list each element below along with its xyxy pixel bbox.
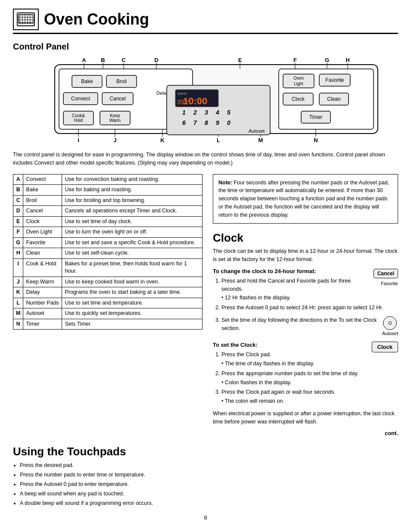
table-row: K Delay Programs the oven to start bakin… [13,287,202,298]
svg-text:Light: Light [294,81,303,86]
row-letter: M [13,308,23,319]
row-name: Clean [23,248,62,259]
svg-text:350°: 350° [177,99,189,106]
row-letter: G [13,237,23,248]
clock-body: The clock can be set to display time in … [213,247,398,264]
row-letter: J [13,277,23,287]
svg-text:A: A [82,57,86,63]
svg-text:Broil: Broil [116,78,127,84]
right-column: Note: Four seconds after pressing the nu… [213,174,398,437]
row-description: Bakes for a preset time, then holds food… [62,258,202,277]
autoset-label: Autoset [382,331,398,336]
row-description: Use to set and save a specific Cook & Ho… [62,237,202,248]
clock-button-graphic: Clock [372,342,398,352]
set-step-2-sub: Colon flashes in the display. [221,379,398,387]
step-3-container: Set the time of day following the direct… [213,316,378,334]
table-row: M Autoset Use to quickly set temperature… [13,308,202,319]
cancel-favorite-buttons: Cancel Favorite [374,268,398,286]
svg-text:M: M [258,137,263,143]
set-step-3-sub: The colon will remain on. [221,397,398,405]
set-clock-subsection: Clock To set the Clock: Press the Clock … [213,342,398,410]
row-letter: A [13,174,23,185]
svg-text:Hold: Hold [74,118,83,123]
row-description: Use to set time of day clock. [62,216,202,227]
row-letter: K [13,287,23,298]
table-row: D Cancel Cancels all operations except T… [13,206,202,217]
svg-text:K: K [160,137,165,143]
oven-icon [13,9,39,30]
svg-text:3: 3 [205,109,208,116]
table-row: J Keep Warm Use to keep cooked food warm… [13,277,202,287]
svg-text:8: 8 [205,119,208,126]
row-name: Broil [23,195,62,206]
row-name: Number Pads [23,298,62,308]
touchpads-section: Using the Touchpads Press the desired pa… [13,445,398,507]
row-letter: B [13,185,23,196]
row-letter: C [13,195,23,206]
svg-text:Keep: Keep [110,113,120,118]
touchpad-bullet: Press the number pads to enter time or t… [20,470,398,479]
row-name: Oven Light [23,227,62,238]
row-name: Keep Warm [23,277,62,287]
row-description: Use for convection baking and roasting. [62,174,202,185]
row-description: Programs the oven to start baking at a l… [62,287,202,298]
page-number: 8 [13,514,398,521]
row-letter: H [13,248,23,259]
controls-table: A Convect Use for convection baking and … [13,174,202,330]
row-letter: L [13,298,23,308]
clock-title: Clock [213,231,398,245]
row-name: Convect [23,174,62,185]
svg-text:1: 1 [182,109,186,116]
svg-text:Clean: Clean [327,96,340,102]
touchpad-bullet: Press the desired pad. [20,461,398,470]
autoset-oval: O [383,316,397,330]
row-name: Bake [23,185,62,196]
touchpad-bullet: Press the Autoset 0 pad to enter tempera… [20,480,398,488]
24hr-steps: Press and hold the Cancel and Favorite p… [213,277,398,312]
svg-text:Cook&: Cook& [72,113,85,118]
svg-text:4: 4 [215,109,219,116]
row-description: Use to turn the oven light on or off. [62,227,202,238]
svg-text:7: 7 [193,119,197,126]
step-1: Press and hold the Cancel and Favorite p… [221,277,398,302]
row-name: Cancel [23,206,62,217]
svg-text:Bake: Bake [81,78,93,84]
svg-text:B: B [101,57,105,63]
svg-text:Clock: Clock [292,96,305,102]
row-letter: F [13,227,23,238]
clock-footer-text: When electrical power is supplied or aft… [213,410,398,426]
row-name: Delay [23,287,62,298]
cont-label: cont. [213,430,398,436]
favorite-label-text: Favorite [381,281,398,286]
set-clock-title: To set the Clock: [213,342,398,348]
svg-text:I: I [78,137,79,143]
svg-text:N: N [314,137,318,143]
row-description: Use for baking and roasting. [62,185,202,196]
row-letter: D [13,206,23,217]
row-name: Clock [23,216,62,227]
note-label: Note: [218,180,232,186]
set-step-1: Press the Clock pad. The time of day fla… [221,351,398,368]
control-panel-description: The control panel is designed for ease i… [13,151,398,167]
row-name: Cook & Hold [23,258,62,277]
table-row: N Timer Sets Timer. [13,319,202,330]
row-description: Use to set time and temperature. [62,298,202,308]
svg-text:Oven: Oven [293,76,304,81]
svg-text:L: L [217,137,220,143]
touchpads-title: Using the Touchpads [13,445,398,458]
touchpad-bullet: A beep will sound when any pad is touche… [20,489,398,498]
page-title: Oven Cooking [44,10,149,28]
table-row: F Oven Light Use to turn the oven light … [13,227,202,238]
svg-text:H: H [346,57,349,63]
svg-text:Favorite: Favorite [325,77,344,83]
set-step-1-sub: The time of day flashes in the display. [221,360,398,368]
note-box: Note: Four seconds after pressing the nu… [213,174,398,224]
svg-text:E: E [238,57,242,63]
step-1-sub: 12 Hr flashes in the display. [221,294,398,302]
row-letter: E [13,216,23,227]
left-column: A Convect Use for convection baking and … [13,174,202,437]
set-step-2: Press the appropriate number pads to set… [221,370,398,387]
svg-text:D: D [154,57,158,63]
svg-rect-1 [19,15,33,23]
touchpad-bullet: A double beep will sound if a programmin… [20,499,398,507]
